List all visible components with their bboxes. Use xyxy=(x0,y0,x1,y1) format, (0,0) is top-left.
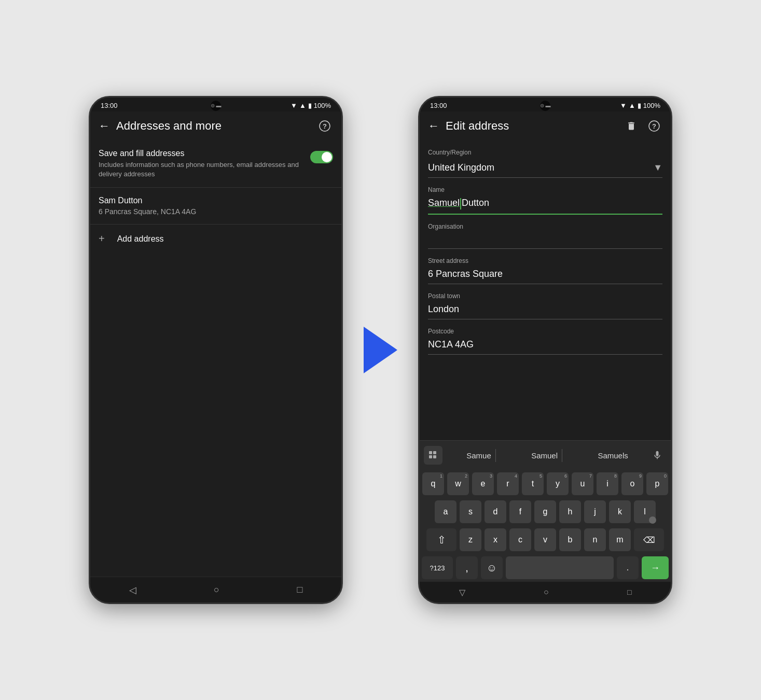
suggestion-3[interactable]: Samuels xyxy=(593,449,632,462)
backspace-key[interactable]: ⌫ xyxy=(634,528,664,551)
nav-back-1[interactable]: ◁ xyxy=(119,580,147,600)
wifi-icon-2: ▼ xyxy=(620,102,627,109)
back-button-1[interactable]: ← xyxy=(99,119,110,133)
page-title-2: Edit address xyxy=(446,119,623,133)
nav-bar-1: ◁ ○ □ xyxy=(90,577,341,603)
keyboard-row-3: ⇧ z x c v b n m ⌫ xyxy=(420,526,671,554)
nav-recents-1[interactable]: □ xyxy=(286,580,313,599)
help-icon-1: ? xyxy=(319,120,330,132)
key-j[interactable]: j xyxy=(584,500,606,523)
status-right-2: ▼ ▲ ▮ 100% xyxy=(620,102,660,109)
postal-town-label: Postal town xyxy=(428,292,662,300)
wifi-icon-1: ▼ xyxy=(290,102,297,109)
key-m[interactable]: m xyxy=(609,528,631,551)
space-key[interactable] xyxy=(506,556,614,579)
text-cursor xyxy=(460,198,461,209)
svg-rect-6 xyxy=(429,455,432,458)
suggestion-1[interactable]: Samue xyxy=(462,449,496,462)
key-q[interactable]: 1q xyxy=(422,472,444,495)
app-bar-actions-2: ? xyxy=(623,118,662,134)
country-value: United Kingdom xyxy=(428,162,494,173)
postcode-label: Postcode xyxy=(428,328,662,335)
org-input[interactable] xyxy=(428,232,662,249)
screen-1-content: ← Addresses and more ? Save and fill add… xyxy=(90,111,341,577)
key-i[interactable]: 8i xyxy=(597,472,618,495)
key-l[interactable]: l xyxy=(634,500,656,523)
postcode-field-group: Postcode NC1A 4AG xyxy=(428,328,662,355)
key-t[interactable]: 5t xyxy=(522,472,544,495)
key-r[interactable]: 4r xyxy=(497,472,519,495)
add-address-row[interactable]: + Add address xyxy=(90,225,341,253)
postcode-value[interactable]: NC1A 4AG xyxy=(428,337,662,355)
help-button-2[interactable]: ? xyxy=(646,118,662,134)
battery-pct-1: 100% xyxy=(314,102,331,109)
key-x[interactable]: x xyxy=(485,528,506,551)
nav-back-2[interactable]: ▽ xyxy=(449,583,476,601)
street-field-group: Street address 6 Pancras Square xyxy=(428,257,662,284)
nav-home-2[interactable]: ○ xyxy=(533,583,559,601)
key-d[interactable]: d xyxy=(485,500,506,523)
help-button-1[interactable]: ? xyxy=(316,118,333,134)
key-c[interactable]: c xyxy=(509,528,531,551)
key-a[interactable]: a xyxy=(435,500,456,523)
delete-icon xyxy=(626,121,637,131)
name-value-part2: Dutton xyxy=(462,198,489,208)
nav-bar-2: ▽ ○ □ xyxy=(420,582,671,603)
svg-text:?: ? xyxy=(323,122,327,130)
battery-pct-2: 100% xyxy=(643,102,660,109)
key-s[interactable]: s xyxy=(460,500,481,523)
key-v[interactable]: v xyxy=(534,528,556,551)
mic-button[interactable] xyxy=(648,446,667,465)
back-button-2[interactable]: ← xyxy=(428,119,439,133)
country-selector[interactable]: United Kingdom ▼ xyxy=(428,158,662,178)
postal-town-field-group: Postal town London xyxy=(428,292,662,319)
keyboard-row-1: 1q 2w 3e 4r 5t 6y 7u 8i 9o 0p xyxy=(420,470,671,498)
key-e[interactable]: 3e xyxy=(472,472,494,495)
key-n[interactable]: n xyxy=(584,528,606,551)
street-label: Street address xyxy=(428,257,662,264)
key-b[interactable]: b xyxy=(559,528,581,551)
enter-key[interactable]: → xyxy=(642,556,669,579)
country-field-group: Country/Region United Kingdom ▼ xyxy=(428,149,662,178)
key-k[interactable]: k xyxy=(609,500,631,523)
key-o[interactable]: 9o xyxy=(621,472,643,495)
key-p[interactable]: 0p xyxy=(646,472,668,495)
key-u[interactable]: 7u xyxy=(572,472,593,495)
key-y[interactable]: 6y xyxy=(547,472,569,495)
nav-home-1[interactable]: ○ xyxy=(203,580,230,599)
address-name: Sam Dutton xyxy=(99,196,333,205)
keyboard-grid-button[interactable] xyxy=(424,446,442,465)
comma-key[interactable]: , xyxy=(456,556,478,579)
battery-icon-2: ▮ xyxy=(638,102,641,109)
name-field-group: Name SamuelDutton xyxy=(428,186,662,215)
status-right-1: ▼ ▲ ▮ 100% xyxy=(290,102,331,109)
screen-2-content: ← Edit address ? Country xyxy=(420,111,671,582)
nav-recents-2[interactable]: □ xyxy=(617,584,642,600)
address-item[interactable]: Sam Dutton 6 Pancras Square, NC1A 4AG xyxy=(90,188,341,225)
status-time-2: 13:00 xyxy=(430,102,447,109)
key-w[interactable]: 2w xyxy=(447,472,469,495)
add-icon: + xyxy=(99,233,105,245)
country-label: Country/Region xyxy=(428,149,662,156)
period-key[interactable]: . xyxy=(617,556,639,579)
key-f[interactable]: f xyxy=(509,500,531,523)
app-bar-1: ← Addresses and more ? xyxy=(90,111,341,141)
delete-button[interactable] xyxy=(623,118,640,134)
shift-key[interactable]: ⇧ xyxy=(426,528,456,551)
emoji-key[interactable]: ☺ xyxy=(481,556,503,579)
street-value[interactable]: 6 Pancras Square xyxy=(428,267,662,284)
toggle-switch[interactable] xyxy=(310,151,333,163)
numbers-key[interactable]: ?123 xyxy=(422,556,453,579)
suggestion-2[interactable]: Samuel xyxy=(527,449,562,462)
key-z[interactable]: z xyxy=(460,528,481,551)
key-g[interactable]: g xyxy=(534,500,556,523)
phone-frame-2: 13:00 ⊚ ▬ ▼ ▲ ▮ 100% ← Edit address xyxy=(418,96,672,604)
postal-town-value[interactable]: London xyxy=(428,302,662,319)
svg-text:?: ? xyxy=(652,122,656,130)
name-input-container[interactable]: SamuelDutton xyxy=(428,195,662,215)
form-section: Country/Region United Kingdom ▼ Name Sam… xyxy=(420,141,671,440)
key-h[interactable]: h xyxy=(559,500,581,523)
toggle-text: Save and fill addresses Includes informa… xyxy=(99,149,302,179)
app-bar-2: ← Edit address ? xyxy=(420,111,671,141)
toggle-row[interactable]: Save and fill addresses Includes informa… xyxy=(90,141,341,188)
